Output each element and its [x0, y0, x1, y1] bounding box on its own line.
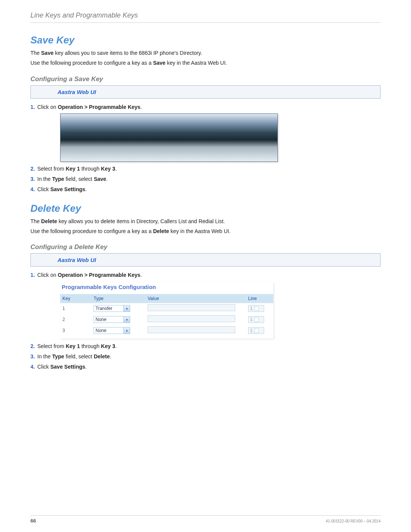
delete-steps: 1. Click on Operation > Programmable Key… [30, 271, 381, 371]
save-step-4: 4. Click Save Settings. [30, 185, 381, 193]
cell-key: 2 [60, 314, 91, 325]
delete-key-desc-1: The Delete key allows you to delete item… [30, 217, 381, 225]
save-step-1: 1. Click on Operation > Programmable Key… [30, 103, 381, 162]
line-field[interactable]: 1 [248, 316, 264, 323]
line-field[interactable]: 1 [248, 327, 264, 334]
chevron-down-icon: ▾ [123, 305, 130, 312]
value-input[interactable] [148, 304, 235, 311]
col-type: Type [91, 294, 145, 303]
ui-box-save: Aastra Web UI [30, 85, 381, 99]
heading-configuring-save-key: Configuring a Save Key [30, 75, 381, 83]
running-header: Line Keys and Programmable Keys [30, 11, 381, 23]
col-key: Key [60, 294, 91, 303]
line-field[interactable]: 1 [248, 305, 264, 312]
cell-key: 1 [60, 303, 91, 314]
table-row: 3 None ▾ 1 [60, 325, 273, 336]
cfg-panel-title: Programmable Keys Configuration [60, 282, 273, 294]
delete-step-1: 1. Click on Operation > Programmable Key… [30, 271, 381, 339]
ui-box-label: Aastra Web UI [57, 89, 96, 95]
screenshot-placeholder-save [60, 113, 278, 162]
save-key-desc-2: Use the following procedure to configure… [30, 59, 381, 67]
chevron-down-icon: ▾ [123, 328, 130, 334]
heading-delete-key: Delete Key [30, 203, 381, 214]
table-header-row: Key Type Value Line [60, 294, 273, 303]
page-number: 66 [30, 518, 36, 524]
programmable-keys-config-panel: Programmable Keys Configuration Key Type… [60, 282, 273, 339]
delete-key-desc-2: Use the following procedure to configure… [30, 227, 381, 235]
heading-save-key: Save Key [30, 34, 381, 46]
save-key-desc-1: The Save key allows you to save items to… [30, 49, 381, 57]
table-row: 1 Transfer ▾ 1 [60, 303, 273, 314]
save-step-3: 3. In the Type field, select Save. [30, 175, 381, 183]
page-footer: 66 41-001522-00 REV00 – 04.2014 [30, 515, 381, 524]
value-input[interactable] [148, 326, 235, 333]
value-input[interactable] [148, 315, 235, 322]
delete-step-4: 4. Click Save Settings. [30, 363, 381, 371]
delete-step-2: 2. Select from Key 1 through Key 3. [30, 342, 381, 350]
save-step-2: 2. Select from Key 1 through Key 3. [30, 165, 381, 173]
ui-box-delete: Aastra Web UI [30, 253, 381, 267]
document-id: 41-001522-00 REV00 – 04.2014 [326, 519, 381, 523]
col-line: Line [246, 294, 273, 303]
save-steps: 1. Click on Operation > Programmable Key… [30, 103, 381, 193]
table-row: 2 None ▾ 1 [60, 314, 273, 325]
heading-configuring-delete-key: Configuring a Delete Key [30, 243, 381, 251]
delete-step-3: 3. In the Type field, select Delete. [30, 353, 381, 361]
cell-key: 3 [60, 325, 91, 336]
chevron-down-icon: ▾ [123, 316, 130, 323]
col-value: Value [145, 294, 246, 303]
type-dropdown[interactable]: None ▾ [94, 327, 130, 334]
type-dropdown[interactable]: Transfer ▾ [94, 305, 130, 312]
type-dropdown[interactable]: None ▾ [94, 316, 130, 323]
cfg-table: Key Type Value Line 1 Transfer ▾ [60, 294, 273, 336]
ui-box-label: Aastra Web UI [57, 257, 96, 263]
